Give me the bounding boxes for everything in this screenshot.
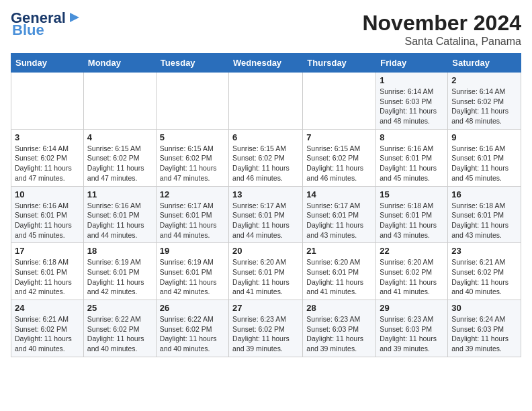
calendar-cell: 18Sunrise: 6:19 AM Sunset: 6:01 PM Dayli… [83,243,156,300]
day-detail: Sunrise: 6:19 AM Sunset: 6:01 PM Dayligh… [87,257,152,297]
calendar-cell: 12Sunrise: 6:17 AM Sunset: 6:01 PM Dayli… [156,186,228,243]
day-detail: Sunrise: 6:17 AM Sunset: 6:01 PM Dayligh… [160,201,225,240]
day-detail: Sunrise: 6:15 AM Sunset: 6:02 PM Dayligh… [232,144,299,183]
day-number: 4 [87,132,152,142]
calendar-cell [229,73,303,130]
page-subtitle: Santa Catalina, Panama [362,36,521,48]
calendar-cell: 26Sunrise: 6:22 AM Sunset: 6:02 PM Dayli… [156,300,228,357]
calendar-cell: 3Sunrise: 6:14 AM Sunset: 6:02 PM Daylig… [11,129,84,186]
title-block: November 2024 Santa Catalina, Panama [362,11,521,48]
day-number: 27 [232,303,299,313]
day-number: 2 [451,75,517,85]
day-number: 28 [306,303,372,313]
calendar-cell: 2Sunrise: 6:14 AM Sunset: 6:02 PM Daylig… [448,73,521,130]
day-number: 25 [87,303,152,313]
calendar-cell: 13Sunrise: 6:17 AM Sunset: 6:01 PM Dayli… [229,186,303,243]
day-number: 13 [232,189,299,199]
calendar-cell: 14Sunrise: 6:17 AM Sunset: 6:01 PM Dayli… [303,186,376,243]
day-detail: Sunrise: 6:21 AM Sunset: 6:02 PM Dayligh… [451,257,517,297]
calendar-cell: 16Sunrise: 6:18 AM Sunset: 6:01 PM Dayli… [448,186,521,243]
week-row-5: 24Sunrise: 6:21 AM Sunset: 6:02 PM Dayli… [11,300,521,357]
week-row-3: 10Sunrise: 6:16 AM Sunset: 6:01 PM Dayli… [11,186,521,243]
day-detail: Sunrise: 6:22 AM Sunset: 6:02 PM Dayligh… [160,314,225,354]
day-number: 17 [15,246,80,256]
day-detail: Sunrise: 6:16 AM Sunset: 6:01 PM Dayligh… [15,201,80,240]
calendar-cell: 9Sunrise: 6:16 AM Sunset: 6:01 PM Daylig… [448,129,521,186]
day-detail: Sunrise: 6:22 AM Sunset: 6:02 PM Dayligh… [87,314,152,354]
header-wednesday: Wednesday [229,54,303,73]
day-detail: Sunrise: 6:16 AM Sunset: 6:01 PM Dayligh… [87,201,152,240]
day-number: 9 [451,132,517,142]
calendar-cell: 29Sunrise: 6:23 AM Sunset: 6:03 PM Dayli… [376,300,448,357]
calendar-body: 1Sunrise: 6:14 AM Sunset: 6:03 PM Daylig… [11,73,521,357]
day-number: 1 [380,75,444,85]
calendar-cell [303,73,376,130]
day-number: 11 [87,189,152,199]
week-row-1: 1Sunrise: 6:14 AM Sunset: 6:03 PM Daylig… [11,73,521,130]
day-number: 24 [15,303,80,313]
day-detail: Sunrise: 6:20 AM Sunset: 6:02 PM Dayligh… [380,257,444,297]
calendar-cell: 19Sunrise: 6:19 AM Sunset: 6:01 PM Dayli… [156,243,228,300]
day-number: 21 [306,246,372,256]
calendar-cell: 25Sunrise: 6:22 AM Sunset: 6:02 PM Dayli… [83,300,156,357]
header-thursday: Thursday [303,54,376,73]
calendar-cell: 8Sunrise: 6:16 AM Sunset: 6:01 PM Daylig… [376,129,448,186]
calendar-cell: 11Sunrise: 6:16 AM Sunset: 6:01 PM Dayli… [83,186,156,243]
day-number: 5 [160,132,225,142]
calendar-cell: 4Sunrise: 6:15 AM Sunset: 6:02 PM Daylig… [83,129,156,186]
day-number: 12 [160,189,225,199]
calendar-cell: 1Sunrise: 6:14 AM Sunset: 6:03 PM Daylig… [376,73,448,130]
day-number: 22 [380,246,444,256]
day-number: 18 [87,246,152,256]
day-number: 6 [232,132,299,142]
page-title: November 2024 [362,11,521,36]
day-detail: Sunrise: 6:24 AM Sunset: 6:03 PM Dayligh… [451,314,517,354]
calendar-cell: 21Sunrise: 6:20 AM Sunset: 6:01 PM Dayli… [303,243,376,300]
day-number: 19 [160,246,225,256]
day-detail: Sunrise: 6:20 AM Sunset: 6:01 PM Dayligh… [306,257,372,297]
calendar-cell: 17Sunrise: 6:18 AM Sunset: 6:01 PM Dayli… [11,243,84,300]
day-detail: Sunrise: 6:19 AM Sunset: 6:01 PM Dayligh… [160,257,225,297]
page-header: General Blue November 2024 Santa Catalin… [11,11,521,48]
week-row-2: 3Sunrise: 6:14 AM Sunset: 6:02 PM Daylig… [11,129,521,186]
day-detail: Sunrise: 6:15 AM Sunset: 6:02 PM Dayligh… [306,144,372,183]
day-detail: Sunrise: 6:18 AM Sunset: 6:01 PM Dayligh… [380,201,444,240]
calendar-cell: 5Sunrise: 6:15 AM Sunset: 6:02 PM Daylig… [156,129,228,186]
header-row: Sunday Monday Tuesday Wednesday Thursday… [11,54,521,73]
logo: General Blue [11,11,82,38]
day-detail: Sunrise: 6:18 AM Sunset: 6:01 PM Dayligh… [15,257,80,297]
day-number: 7 [306,132,372,142]
day-number: 10 [15,189,80,199]
header-saturday: Saturday [448,54,521,73]
calendar-cell: 30Sunrise: 6:24 AM Sunset: 6:03 PM Dayli… [448,300,521,357]
calendar-cell: 24Sunrise: 6:21 AM Sunset: 6:02 PM Dayli… [11,300,84,357]
day-detail: Sunrise: 6:16 AM Sunset: 6:01 PM Dayligh… [380,144,444,183]
day-number: 8 [380,132,444,142]
svg-marker-0 [70,13,79,22]
day-number: 30 [451,303,517,313]
day-detail: Sunrise: 6:14 AM Sunset: 6:02 PM Dayligh… [451,87,517,126]
day-detail: Sunrise: 6:17 AM Sunset: 6:01 PM Dayligh… [306,201,372,240]
day-detail: Sunrise: 6:23 AM Sunset: 6:03 PM Dayligh… [306,314,372,354]
day-number: 16 [451,189,517,199]
calendar-cell: 7Sunrise: 6:15 AM Sunset: 6:02 PM Daylig… [303,129,376,186]
calendar-cell: 6Sunrise: 6:15 AM Sunset: 6:02 PM Daylig… [229,129,303,186]
day-detail: Sunrise: 6:17 AM Sunset: 6:01 PM Dayligh… [232,201,299,240]
header-sunday: Sunday [11,54,84,73]
day-detail: Sunrise: 6:15 AM Sunset: 6:02 PM Dayligh… [160,144,225,183]
calendar-table: Sunday Monday Tuesday Wednesday Thursday… [11,53,521,357]
day-detail: Sunrise: 6:14 AM Sunset: 6:03 PM Dayligh… [380,87,444,126]
day-number: 14 [306,189,372,199]
day-number: 26 [160,303,225,313]
day-number: 29 [380,303,444,313]
calendar-cell: 20Sunrise: 6:20 AM Sunset: 6:01 PM Dayli… [229,243,303,300]
calendar-cell: 22Sunrise: 6:20 AM Sunset: 6:02 PM Dayli… [376,243,448,300]
day-number: 20 [232,246,299,256]
week-row-4: 17Sunrise: 6:18 AM Sunset: 6:01 PM Dayli… [11,243,521,300]
day-number: 3 [15,132,80,142]
calendar-header: Sunday Monday Tuesday Wednesday Thursday… [11,54,521,73]
calendar-cell [11,73,84,130]
day-detail: Sunrise: 6:16 AM Sunset: 6:01 PM Dayligh… [451,144,517,183]
logo-text-blue: Blue [12,23,44,38]
calendar-cell: 27Sunrise: 6:23 AM Sunset: 6:02 PM Dayli… [229,300,303,357]
